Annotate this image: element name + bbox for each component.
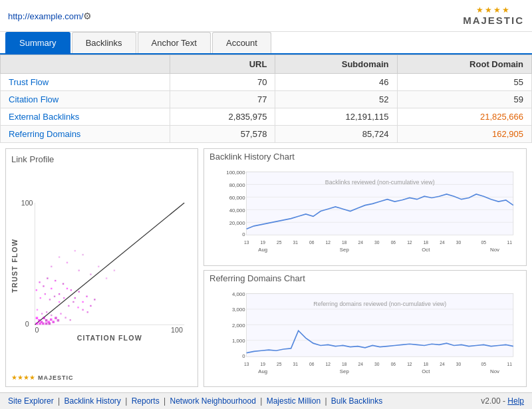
- footer-link-reports[interactable]: Reports: [132, 396, 160, 406]
- svg-rect-43: [70, 319, 71, 321]
- svg-text:25: 25: [277, 240, 282, 245]
- svg-text:05: 05: [481, 361, 487, 366]
- svg-text:Aug: Aug: [258, 247, 267, 253]
- svg-rect-44: [36, 317, 39, 319]
- svg-text:Oct: Oct: [422, 368, 430, 374]
- root-value: 55: [397, 74, 531, 91]
- svg-rect-32: [72, 301, 74, 303]
- svg-rect-57: [45, 323, 48, 325]
- charts-section: Link Profile 100 0 0 100 TRUST FLOW: [0, 143, 532, 392]
- table-row: Referring Domains 57,578 85,724 162,905: [1, 126, 532, 143]
- metric-label: Trust Flow: [1, 74, 170, 91]
- footer-help-link[interactable]: Help: [507, 396, 524, 406]
- svg-rect-11: [43, 285, 44, 287]
- footer-link-bulk-backlinks[interactable]: Bulk Backlinks: [331, 396, 382, 406]
- svg-text:13: 13: [244, 240, 249, 245]
- svg-rect-54: [36, 323, 39, 325]
- svg-text:CITATION FLOW: CITATION FLOW: [77, 334, 142, 342]
- svg-text:0: 0: [242, 231, 245, 237]
- svg-rect-18: [70, 289, 72, 291]
- footer-link-network[interactable]: Network Neighbourhood: [170, 396, 255, 406]
- svg-rect-41: [60, 313, 61, 315]
- svg-text:1,000: 1,000: [232, 338, 245, 344]
- footer-link-majestic-million[interactable]: Majestic Million: [267, 396, 321, 406]
- metrics-table: URL Subdomain Root Domain Trust Flow 70 …: [0, 55, 532, 143]
- svg-text:06: 06: [309, 361, 315, 366]
- svg-text:13: 13: [244, 361, 249, 366]
- svg-line-8: [35, 203, 184, 325]
- svg-rect-31: [68, 305, 69, 307]
- url-link[interactable]: http://example.com/: [8, 11, 83, 21]
- svg-text:12: 12: [326, 240, 331, 245]
- gear-icon[interactable]: ⚙: [83, 11, 92, 21]
- svg-text:80,000: 80,000: [229, 182, 246, 188]
- svg-text:19: 19: [261, 240, 266, 245]
- svg-rect-62: [90, 273, 91, 275]
- svg-rect-61: [78, 270, 80, 271]
- tab-backlinks[interactable]: Backlinks: [72, 32, 136, 53]
- majestic-logo-scatter: ★★★★ MAJESTIC: [11, 374, 192, 381]
- logo-stars-scatter: ★★★★: [11, 374, 35, 381]
- svg-text:0: 0: [242, 353, 245, 359]
- svg-text:18: 18: [424, 361, 429, 366]
- footer-sep-3: |: [164, 396, 168, 406]
- scatter-chart: 100 0 0 100 TRUST FLOW CITATION FLOW: [11, 167, 192, 372]
- footer-link-backlink-history[interactable]: Backlink History: [65, 396, 121, 406]
- metric-label: Citation Flow: [1, 91, 170, 108]
- svg-rect-42: [65, 317, 66, 318]
- svg-rect-26: [45, 293, 46, 295]
- footer-sep-1: |: [58, 396, 62, 406]
- svg-text:24: 24: [440, 240, 445, 245]
- svg-text:24: 24: [358, 361, 364, 366]
- svg-text:Aug: Aug: [258, 368, 267, 374]
- tab-anchor-text[interactable]: Anchor Text: [138, 32, 211, 53]
- footer-link-site-explorer[interactable]: Site Explorer: [8, 396, 54, 406]
- svg-rect-36: [37, 309, 38, 311]
- svg-rect-64: [106, 277, 107, 279]
- svg-text:31: 31: [293, 240, 299, 245]
- url-area: http://example.com/⚙: [8, 11, 92, 21]
- svg-rect-55: [39, 323, 41, 325]
- backlink-history-section: Backlink History Chart 10: [203, 148, 527, 266]
- svg-rect-53: [57, 319, 60, 322]
- footer-links: Site Explorer | Backlink History | Repor…: [8, 396, 382, 406]
- svg-rect-34: [82, 309, 83, 311]
- svg-text:Referring domains reviewed (no: Referring domains reviewed (non-cumulati…: [313, 301, 446, 307]
- referring-chart-svg: 4,000 3,000 2,000 1,000 0 Referring doma…: [209, 285, 521, 384]
- svg-rect-15: [59, 293, 60, 295]
- tab-account[interactable]: Account: [212, 32, 271, 53]
- svg-text:12: 12: [407, 361, 412, 366]
- svg-text:05: 05: [481, 240, 487, 245]
- tab-summary[interactable]: Summary: [5, 32, 70, 53]
- data-table-container: URL Subdomain Root Domain Trust Flow 70 …: [0, 55, 532, 143]
- svg-rect-24: [94, 299, 95, 300]
- svg-text:24: 24: [440, 361, 445, 366]
- svg-rect-13: [51, 288, 52, 289]
- url-value: 57,578: [170, 126, 275, 143]
- svg-rect-66: [59, 256, 60, 257]
- referring-domains-section: Referring Domains Chart 4,000: [203, 270, 527, 388]
- backlink-chart-svg: 100,000 80,000 60,000 40,000 20,000 0 Ba…: [209, 163, 521, 263]
- svg-rect-12: [47, 277, 48, 279]
- svg-text:06: 06: [391, 361, 396, 366]
- svg-text:12: 12: [326, 361, 331, 366]
- col-metric: [1, 55, 170, 74]
- footer-version: v2.00 - Help: [481, 396, 524, 406]
- svg-rect-23: [90, 305, 91, 307]
- svg-text:12: 12: [407, 240, 412, 245]
- svg-text:TRUST FLOW: TRUST FLOW: [11, 239, 19, 293]
- col-root-domain: Root Domain: [397, 55, 531, 74]
- footer-sep-4: |: [260, 396, 264, 406]
- svg-text:25: 25: [277, 361, 282, 366]
- svg-rect-33: [77, 307, 78, 308]
- svg-text:30: 30: [374, 361, 380, 366]
- svg-rect-28: [54, 296, 55, 297]
- svg-rect-67: [74, 250, 76, 251]
- svg-text:11: 11: [507, 361, 513, 366]
- svg-rect-59: [51, 266, 52, 267]
- url-value: 2,835,975: [170, 108, 275, 126]
- backlink-chart-container: 100,000 80,000 60,000 40,000 20,000 0 Ba…: [209, 163, 521, 263]
- svg-rect-58: [49, 323, 51, 325]
- scatter-title: Link Profile: [11, 154, 192, 164]
- svg-text:18: 18: [342, 361, 347, 366]
